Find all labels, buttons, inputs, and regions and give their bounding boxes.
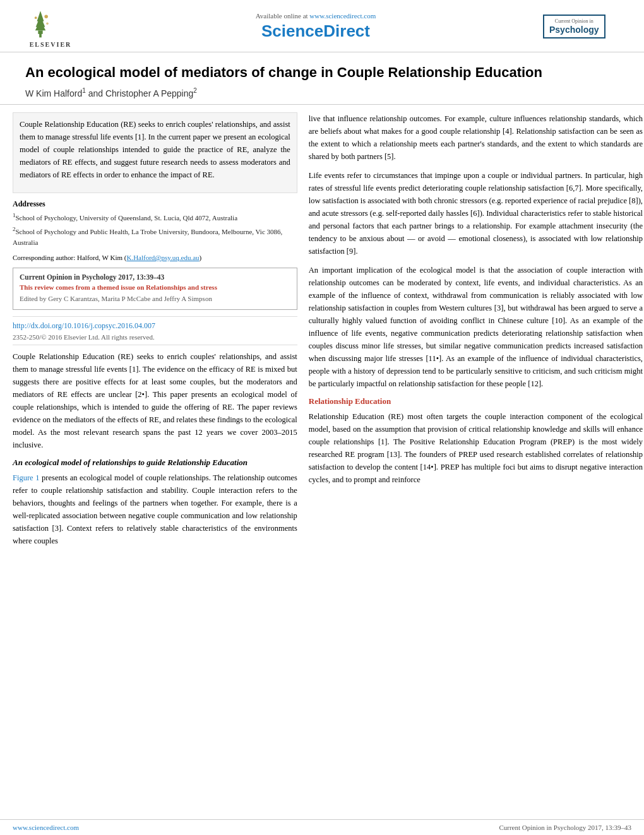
section1-heading: An ecological model of relationships to … bbox=[13, 458, 297, 468]
doi-link[interactable]: http://dx.doi.org/10.1016/j.copsyc.2016.… bbox=[13, 321, 155, 330]
main-content: Couple Relationship Education (RE) seeks… bbox=[0, 105, 644, 560]
abstract-text: Couple Relationship Education (RE) seeks… bbox=[20, 118, 290, 181]
intro-paragraph: Couple Relationship Education (RE) seeks… bbox=[13, 350, 297, 451]
page-footer: www.sciencedirect.com Current Opinion in… bbox=[0, 819, 644, 835]
figure-ref: Figure 1 bbox=[13, 473, 40, 482]
svg-rect-1 bbox=[38, 30, 42, 34]
article-authors: W Kim Halford1 and Christopher A Pepping… bbox=[25, 87, 619, 98]
cop-badge: Current Opinion in Psychology bbox=[543, 15, 605, 38]
cop-badge-bottom-text: Psychology bbox=[549, 25, 599, 35]
and-conjunction: and bbox=[88, 88, 105, 98]
abstract-box: Couple Relationship Education (RE) seeks… bbox=[13, 112, 297, 193]
themed-topic: Relationships and stress bbox=[146, 283, 217, 291]
left-column: Couple Relationship Education (RE) seeks… bbox=[13, 112, 297, 553]
author2-sup: 2 bbox=[193, 87, 197, 94]
addresses-section: Addresses 1School of Psychology, Univers… bbox=[13, 199, 297, 247]
re-section-heading: Relationship Education bbox=[309, 396, 643, 406]
elsevier-logo: ELSEVIER bbox=[13, 5, 88, 48]
journal-title: Current Opinion in Psychology 2017, 13:3… bbox=[20, 273, 290, 281]
elsevier-text: ELSEVIER bbox=[30, 41, 72, 48]
svg-point-6 bbox=[34, 16, 37, 19]
doi-copyright: 2352-250/© 2016 Elsevier Ltd. All rights… bbox=[13, 333, 297, 341]
footer-journal-ref: Current Opinion in Psychology 2017, 13:3… bbox=[499, 824, 631, 831]
elsevier-logo-area: ELSEVIER bbox=[13, 5, 88, 48]
life-events-para: Life events refer to circumstances that … bbox=[309, 169, 643, 258]
article-title: An ecological model of mediators of chan… bbox=[25, 64, 619, 82]
addresses-title: Addresses bbox=[13, 199, 297, 209]
elsevier-tree-icon bbox=[33, 5, 68, 40]
doi-section: http://dx.doi.org/10.1016/j.copsyc.2016.… bbox=[13, 316, 297, 345]
available-online-text: Available online at www.sciencedirect.co… bbox=[88, 12, 543, 20]
header-brand: Available online at www.sciencedirect.co… bbox=[88, 12, 543, 41]
author1-sup: 1 bbox=[82, 87, 86, 94]
sciencedirect-brand: ScienceDirect bbox=[88, 21, 543, 41]
section1-para: Figure 1 presents an ecological model of… bbox=[13, 471, 297, 547]
footer-url: www.sciencedirect.com bbox=[13, 824, 79, 831]
re-para: Relationship Education (RE) most often t… bbox=[309, 410, 643, 486]
svg-point-7 bbox=[46, 23, 49, 25]
journal-themed: This review comes from a themed issue on… bbox=[20, 283, 290, 291]
corresponding-author: Corresponding author: Halford, W Kim (K.… bbox=[13, 254, 297, 261]
corresponding-email[interactable]: K.Halford@psy.uq.edu.au bbox=[126, 254, 199, 261]
journal-info-box: Current Opinion in Psychology 2017, 13:3… bbox=[13, 268, 297, 310]
right-column: live that influence relationship outcome… bbox=[309, 112, 643, 553]
address-item-1: 1School of Psychology, University of Que… bbox=[13, 211, 297, 223]
cop-badge-area: Current Opinion in Psychology bbox=[543, 15, 631, 38]
cop-badge-top-text: Current Opinion in bbox=[549, 18, 599, 25]
sciencedirect-link[interactable]: www.sciencedirect.com bbox=[309, 12, 376, 20]
journal-edited: Edited by Gery C Karantzas, Marita P McC… bbox=[20, 293, 290, 304]
implication-para: An important implication of the ecologic… bbox=[309, 264, 643, 390]
author1-name: W Kim Halford bbox=[25, 88, 82, 98]
page-header: ELSEVIER Available online at www.science… bbox=[0, 0, 644, 52]
svg-point-5 bbox=[44, 15, 48, 19]
context-para: live that influence relationship outcome… bbox=[309, 112, 643, 163]
title-section: An ecological model of mediators of chan… bbox=[0, 52, 644, 105]
address-item-2: 2School of Psychology and Public Health,… bbox=[13, 225, 297, 247]
author2-name: Christopher A Pepping bbox=[105, 88, 193, 98]
